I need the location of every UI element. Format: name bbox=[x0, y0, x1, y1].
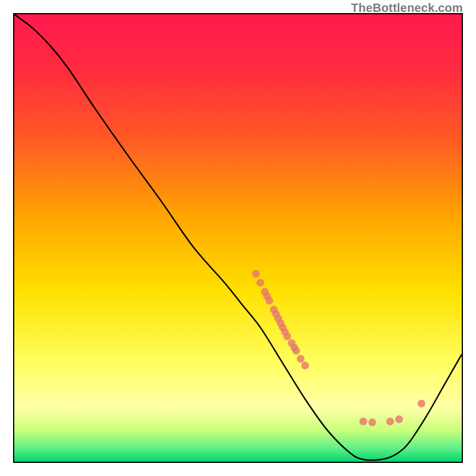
scatter-dot bbox=[265, 297, 273, 305]
scatter-dots bbox=[252, 270, 425, 427]
scatter-dot bbox=[256, 279, 264, 287]
scatter-dot bbox=[368, 418, 376, 426]
scatter-dot bbox=[386, 418, 394, 425]
curve-layer bbox=[14, 14, 462, 462]
scatter-dot bbox=[283, 333, 291, 340]
chart-container: TheBottleneck.com bbox=[0, 0, 476, 476]
scatter-dot bbox=[395, 415, 403, 423]
plot-area bbox=[13, 13, 463, 463]
scatter-dot bbox=[301, 362, 309, 369]
scatter-dot bbox=[252, 270, 260, 278]
scatter-dot bbox=[359, 418, 367, 425]
scatter-dot bbox=[418, 400, 425, 408]
scatter-dot bbox=[297, 355, 305, 363]
scatter-dot bbox=[292, 347, 300, 355]
bottleneck-curve bbox=[14, 14, 462, 460]
